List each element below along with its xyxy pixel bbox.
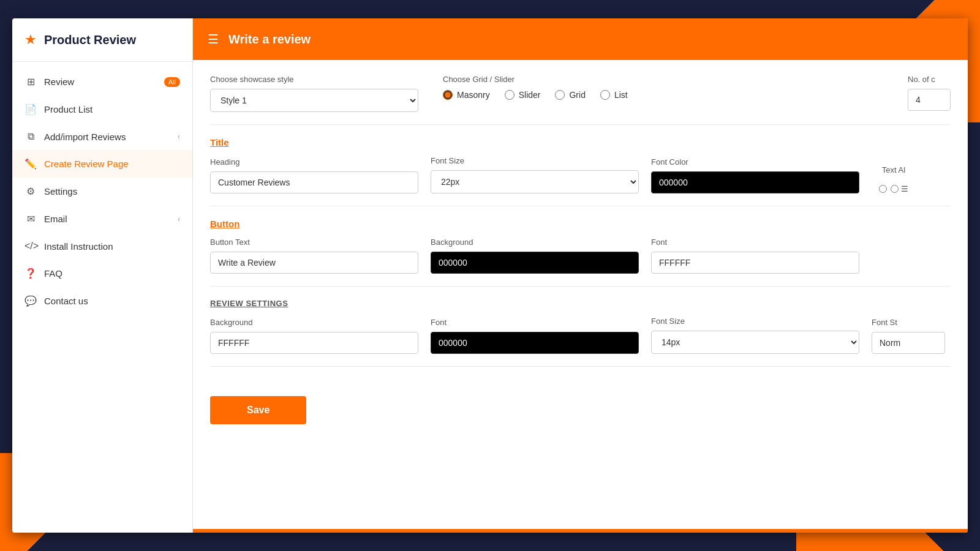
- button-section-label: Button: [210, 219, 951, 229]
- file-icon: 📄: [24, 103, 37, 115]
- code-icon: </>: [24, 241, 37, 252]
- button-bg-input[interactable]: [431, 252, 639, 274]
- sidebar-item-faq[interactable]: ❓ FAQ: [12, 260, 192, 287]
- sidebar-item-install[interactable]: </> Install Instruction: [12, 233, 192, 260]
- heading-label: Heading: [210, 157, 418, 167]
- radio-list-input[interactable]: [600, 90, 610, 100]
- review-settings-label: REVIEW SETTINGS: [210, 299, 951, 308]
- edit-icon: ✏️: [24, 158, 37, 170]
- no-of-col-input[interactable]: [908, 89, 951, 111]
- nav-label-settings: Settings: [44, 186, 77, 197]
- chat-icon: 💬: [24, 295, 37, 307]
- sidebar-item-create-review[interactable]: ✏️ Create Review Page: [12, 150, 192, 178]
- menu-icon[interactable]: ☰: [208, 32, 219, 47]
- review-font-style-label: Font St: [872, 318, 945, 327]
- sidebar: ★ Product Review ⊞ Review All 📄 Product …: [12, 18, 193, 533]
- radio-masonry[interactable]: Masonry: [443, 90, 490, 100]
- text-align-group: Text Al ☰: [879, 165, 908, 193]
- button-section: Button Button Text Background Font: [210, 219, 951, 274]
- button-bg-group: Background: [431, 238, 639, 274]
- nav-label-add-import: Add/import Reviews: [44, 132, 126, 142]
- sidebar-header: ★ Product Review: [12, 18, 192, 62]
- button-bg-label: Background: [431, 238, 639, 247]
- review-font-size-label: Font Size: [651, 317, 859, 326]
- review-font-input[interactable]: [431, 332, 639, 354]
- review-bg-label: Background: [210, 318, 418, 327]
- no-of-col-group: No. of c: [908, 75, 951, 111]
- review-font-size-group: Font Size 10px12px14px16px18px20px: [651, 317, 859, 354]
- review-font-size-select[interactable]: 10px12px14px16px18px20px: [651, 331, 859, 354]
- text-align-radio-1[interactable]: [879, 185, 887, 193]
- chevron-icon-email: ‹: [178, 215, 180, 223]
- review-badge: All: [164, 77, 180, 87]
- sidebar-item-add-import[interactable]: ⧉ Add/import Reviews ‹: [12, 123, 192, 150]
- title-fields-row: Heading Font Size 12px14px16px18px20px 2…: [210, 156, 951, 193]
- text-align-radio-2[interactable]: ☰: [891, 184, 908, 193]
- radio-grid-input[interactable]: [555, 90, 565, 100]
- font-color-input[interactable]: [651, 171, 859, 193]
- divider-1: [210, 124, 951, 125]
- review-settings-section: REVIEW SETTINGS Background Font Font Siz…: [210, 299, 951, 354]
- font-size-label: Font Size: [431, 156, 639, 165]
- review-font-group: Font: [431, 318, 639, 354]
- no-of-col-label: No. of c: [908, 75, 951, 84]
- button-text-label: Button Text: [210, 238, 418, 247]
- bottom-bar: [193, 529, 968, 533]
- radio-masonry-input[interactable]: [443, 90, 453, 100]
- font-color-label: Font Color: [651, 157, 859, 167]
- radio-slider-label: Slider: [519, 90, 541, 100]
- radio-masonry-label: Masonry: [457, 90, 490, 100]
- button-text-input[interactable]: [210, 252, 418, 274]
- showcase-row: Choose showcase style Style 1 Style 2 St…: [210, 75, 951, 112]
- review-bg-input[interactable]: [210, 332, 418, 354]
- main-area: ☰ Write a review Choose showcase style S…: [193, 18, 968, 533]
- button-fields-row: Button Text Background Font: [210, 238, 951, 274]
- copy-icon: ⧉: [24, 131, 37, 142]
- radio-list[interactable]: List: [600, 90, 628, 100]
- star-icon: ★: [24, 32, 37, 48]
- text-align-radio-input-2[interactable]: [891, 185, 899, 193]
- save-button[interactable]: Save: [210, 396, 306, 424]
- heading-input[interactable]: [210, 171, 418, 193]
- nav-label-product-list: Product List: [44, 104, 92, 114]
- topbar-title: Write a review: [228, 32, 311, 47]
- font-size-select[interactable]: 12px14px16px18px20px 22px24px26px28px30p…: [431, 170, 639, 193]
- sidebar-item-settings[interactable]: ⚙ Settings: [12, 178, 192, 205]
- font-size-group: Font Size 12px14px16px18px20px 22px24px2…: [431, 156, 639, 193]
- radio-slider-input[interactable]: [505, 90, 514, 100]
- button-font-input[interactable]: [651, 252, 859, 274]
- sidebar-nav: ⊞ Review All 📄 Product List ⧉ Add/import…: [12, 62, 192, 533]
- divider-3: [210, 286, 951, 287]
- review-font-style-input[interactable]: [872, 332, 945, 354]
- chevron-icon-add-import: ‹: [178, 132, 180, 141]
- title-section: Title Heading Font Size 12px14px16px18px…: [210, 137, 951, 193]
- font-color-group: Font Color: [651, 157, 859, 193]
- heading-group: Heading: [210, 157, 418, 193]
- showcase-label: Choose showcase style: [210, 75, 418, 84]
- grid-icon: ⊞: [24, 76, 37, 88]
- sidebar-item-contact[interactable]: 💬 Contact us: [12, 287, 192, 315]
- nav-label-faq: FAQ: [44, 268, 62, 279]
- radio-grid[interactable]: Grid: [555, 90, 585, 100]
- sidebar-item-product-list[interactable]: 📄 Product List: [12, 96, 192, 123]
- nav-label-email: Email: [44, 214, 67, 224]
- app-wrapper: ★ Product Review ⊞ Review All 📄 Product …: [12, 18, 968, 533]
- button-font-group: Font: [651, 238, 859, 274]
- review-fields-row: Background Font Font Size 10px12px14px16…: [210, 317, 951, 354]
- grid-slider-label: Choose Grid / Slider: [443, 75, 628, 84]
- divider-4: [210, 366, 951, 367]
- showcase-select[interactable]: Style 1 Style 2 Style 3: [210, 89, 418, 112]
- showcase-style-group: Choose showcase style Style 1 Style 2 St…: [210, 75, 418, 112]
- radio-list-label: List: [614, 90, 628, 100]
- text-align-lines-icon: ☰: [901, 184, 908, 193]
- content-area: Choose showcase style Style 1 Style 2 St…: [193, 60, 968, 529]
- sidebar-item-email[interactable]: ✉ Email ‹: [12, 205, 192, 233]
- nav-label-contact: Contact us: [44, 296, 88, 306]
- text-align-radio-input-1[interactable]: [879, 185, 887, 193]
- title-section-label: Title: [210, 137, 951, 148]
- sidebar-item-review[interactable]: ⊞ Review All: [12, 68, 192, 96]
- radio-slider[interactable]: Slider: [505, 90, 541, 100]
- text-align-label: Text Al: [882, 165, 905, 174]
- button-font-label: Font: [651, 238, 859, 247]
- review-font-style-group: Font St: [872, 318, 945, 354]
